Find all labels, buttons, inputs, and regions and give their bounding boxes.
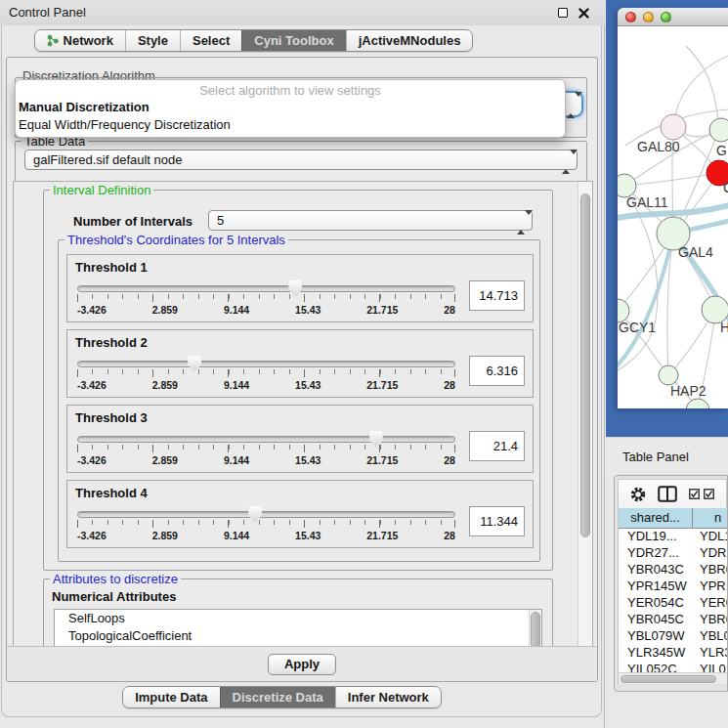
slider-track[interactable] bbox=[77, 436, 455, 443]
list-item[interactable]: SelfLoops bbox=[55, 610, 541, 627]
close-icon[interactable] bbox=[578, 8, 589, 19]
apply-strip: Apply bbox=[7, 646, 597, 681]
table-row[interactable]: YPR145WYPR1 bbox=[619, 578, 727, 595]
tab-select-label: Select bbox=[193, 30, 230, 51]
tab-jactivemnodules-label: jActiveMNodules bbox=[359, 30, 461, 51]
network-graph: GAL80 G C GAL11 GAL4 GCY1 H HAP2 bbox=[618, 26, 728, 408]
column-header-name[interactable]: n bbox=[693, 508, 727, 529]
threshold-2-box: Threshold 2 -3.4262.8599.14415.4321.7152… bbox=[66, 329, 534, 398]
table-panel-title: Table Panel bbox=[622, 450, 689, 464]
number-of-intervals-combobox[interactable]: 5 bbox=[208, 210, 533, 231]
threshold-2-value-field[interactable]: 6.316 bbox=[469, 356, 525, 386]
settings-vertical-scrollbar[interactable] bbox=[578, 182, 592, 647]
node-label: H bbox=[720, 320, 728, 335]
split-panel-icon[interactable] bbox=[658, 486, 677, 502]
tab-discretize-data-label: Discretize Data bbox=[233, 687, 323, 707]
node-label: HAP2 bbox=[670, 383, 707, 399]
gear-icon[interactable] bbox=[630, 487, 646, 502]
scrollbar-thumb[interactable] bbox=[580, 193, 590, 537]
table-row[interactable]: YBR043CYBR0 bbox=[619, 562, 727, 578]
apply-button[interactable]: Apply bbox=[268, 654, 336, 675]
tab-network-label: Network bbox=[64, 30, 113, 51]
thresholds-group-title: Threshold's Coordinates for 5 Intervals bbox=[64, 233, 288, 247]
column-header-shared-name[interactable]: shared... bbox=[619, 508, 693, 529]
table-panel-header: Table Panel bbox=[606, 437, 728, 475]
node-label: GAL4 bbox=[678, 244, 713, 260]
threshold-4-box: Threshold 4 -3.4262.8599.14415.4321.7152… bbox=[66, 480, 534, 548]
tab-jactivemnodules[interactable]: jActiveMNodules bbox=[346, 30, 473, 51]
attributes-group: Attributes to discretize Numerical Attri… bbox=[43, 578, 553, 648]
table-data-value: galFiltered.sif default node bbox=[33, 150, 182, 169]
slider-track[interactable] bbox=[77, 285, 455, 292]
close-traffic-light-icon[interactable] bbox=[625, 12, 636, 22]
attributes-list-scrollbar[interactable] bbox=[529, 610, 541, 648]
table-panel-toolbar bbox=[618, 479, 727, 508]
threshold-2-slider[interactable]: -3.4262.8599.14415.4321.71528 bbox=[77, 354, 455, 391]
threshold-4-slider[interactable]: -3.4262.8599.14415.4321.71528 bbox=[77, 504, 455, 541]
tab-network[interactable]: Network bbox=[35, 30, 125, 51]
network-canvas[interactable]: GAL80 G C GAL11 GAL4 GCY1 H HAP2 bbox=[618, 26, 728, 408]
number-of-intervals-value: 5 bbox=[217, 211, 224, 230]
tab-style[interactable]: Style bbox=[125, 30, 180, 51]
minimize-traffic-light-icon[interactable] bbox=[643, 12, 654, 22]
node-label: GAL11 bbox=[626, 194, 668, 210]
tab-impute-data[interactable]: Impute Data bbox=[123, 687, 219, 707]
threshold-4-value-field[interactable]: 11.344 bbox=[469, 506, 525, 536]
table-row[interactable]: YIL052CYIL0 bbox=[619, 662, 727, 672]
combo-arrows-icon bbox=[517, 215, 525, 227]
tab-impute-data-label: Impute Data bbox=[135, 687, 207, 707]
dropdown-hint: Select algorithm to view settings bbox=[16, 83, 565, 98]
tab-select[interactable]: Select bbox=[180, 30, 241, 51]
network-node-hap2[interactable] bbox=[659, 365, 678, 385]
network-node-g[interactable] bbox=[709, 118, 728, 142]
table-horizontal-scrollbar[interactable] bbox=[619, 672, 727, 684]
table-row[interactable]: YBL079WYBL0 bbox=[619, 628, 727, 645]
threshold-1-slider[interactable]: -3.4262.8599.14415.4321.71528 bbox=[77, 278, 455, 316]
tab-infer-network[interactable]: Infer Network bbox=[335, 687, 441, 707]
table-data-combobox[interactable]: galFiltered.sif default node bbox=[24, 150, 578, 170]
interval-definition-title: Interval Definition bbox=[50, 183, 153, 197]
threshold-3-slider[interactable]: -3.4262.8599.14415.4321.71528 bbox=[77, 429, 455, 466]
list-item[interactable]: TopologicalCoefficient bbox=[55, 627, 541, 645]
screen: Control Panel Network Style Select bbox=[0, 0, 728, 728]
top-tabstrip: Network Style Select Cyni Toolbox jActiv… bbox=[0, 29, 605, 52]
tab-discretize-data[interactable]: Discretize Data bbox=[220, 687, 335, 707]
algorithm-dropdown-popup: Select algorithm to view settings Manual… bbox=[15, 79, 566, 138]
numerical-attributes-heading: Numerical Attributes bbox=[52, 589, 176, 604]
bottom-tabstrip: Impute Data Discretize Data Infer Networ… bbox=[0, 686, 605, 708]
table-row[interactable]: YER054CYER0 bbox=[619, 595, 727, 612]
tab-cyni-toolbox[interactable]: Cyni Toolbox bbox=[241, 30, 345, 51]
threshold-3-value-field[interactable]: 21.4 bbox=[469, 431, 525, 461]
table-row[interactable]: YBR045CYBR0 bbox=[619, 612, 727, 628]
slider-track[interactable] bbox=[77, 361, 455, 367]
slider-track[interactable] bbox=[77, 511, 455, 518]
table-row[interactable]: YDL19...YDL1 bbox=[619, 529, 727, 545]
checkbox-checked-icon[interactable] bbox=[704, 489, 714, 499]
attributes-group-title: Attributes to discretize bbox=[50, 572, 181, 586]
scrollbar-thumb[interactable] bbox=[621, 675, 716, 683]
slider-tick-labels: -3.4262.8599.14415.4321.71528 bbox=[77, 530, 455, 541]
thresholds-group: Threshold's Coordinates for 5 Intervals … bbox=[58, 239, 540, 562]
network-node-gal80[interactable] bbox=[661, 114, 686, 140]
threshold-4-label: Threshold 4 bbox=[75, 486, 148, 500]
network-node-partial[interactable] bbox=[686, 399, 709, 408]
threshold-3-label: Threshold 3 bbox=[75, 410, 148, 425]
settings-scroll-area: Interval Definition Number of Intervals … bbox=[13, 181, 593, 648]
threshold-2-label: Threshold 2 bbox=[75, 335, 148, 350]
float-window-icon[interactable] bbox=[558, 8, 568, 18]
combo-arrows-icon bbox=[567, 97, 575, 108]
cyni-toolbox-panel: Discretization Algorithm Select algorith… bbox=[6, 57, 598, 682]
network-window-titlebar bbox=[618, 8, 728, 26]
slider-tick-labels: -3.4262.8599.14415.4321.71528 bbox=[77, 454, 455, 466]
node-attribute-table: shared... n YDL19...YDL1 YDR27...YDR2 YB… bbox=[618, 508, 727, 684]
table-row[interactable]: YDR27...YDR2 bbox=[619, 545, 727, 562]
threshold-1-value-field[interactable]: 14.713 bbox=[469, 280, 525, 311]
combo-arrows-icon bbox=[562, 154, 570, 166]
dropdown-option-equal-width[interactable]: Equal Width/Frequency Discretization bbox=[19, 116, 565, 133]
checkbox-checked-icon[interactable] bbox=[689, 489, 700, 499]
panel-title: Control Panel bbox=[9, 0, 86, 25]
table-row[interactable]: YLR345WYLR3 bbox=[619, 645, 727, 662]
zoom-traffic-light-icon[interactable] bbox=[661, 12, 671, 22]
dropdown-option-manual[interactable]: Manual Discretization bbox=[19, 99, 565, 115]
control-panel-window: Control Panel Network Style Select bbox=[0, 0, 605, 728]
